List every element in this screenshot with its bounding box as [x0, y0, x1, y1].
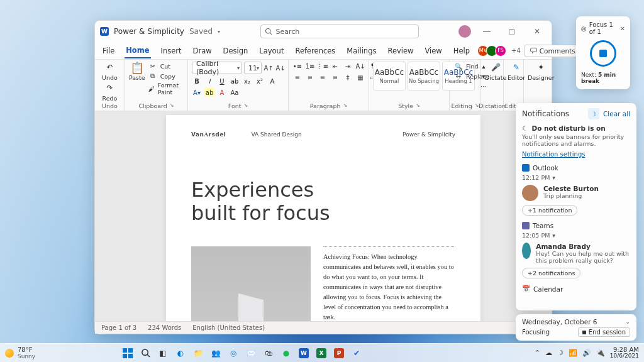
taskbar-weather[interactable]: 78°F Sunny	[5, 346, 35, 359]
bold-button[interactable]: B	[192, 77, 202, 85]
italic-button[interactable]: I	[204, 77, 214, 85]
battery-icon[interactable]: 🔌	[596, 349, 605, 357]
status-page[interactable]: Page 1 of 3	[101, 324, 136, 331]
dialog-launcher-icon[interactable]: ↘	[170, 102, 174, 109]
notif-more-button[interactable]: +1 notification	[522, 205, 577, 216]
text-effects-button[interactable]: A▾	[192, 88, 202, 97]
clear-all-button[interactable]: Clear all	[603, 110, 630, 118]
excel-taskbar-button[interactable]: X	[314, 346, 328, 360]
paste-button[interactable]: 📋 Paste	[129, 62, 145, 81]
change-case-button[interactable]: Aa	[230, 88, 240, 97]
tab-insert[interactable]: Insert	[160, 44, 183, 58]
increase-indent-button[interactable]: ⇥	[343, 62, 353, 70]
strikethrough-button[interactable]: ab	[230, 77, 240, 85]
undo-button[interactable]: ↶ Undo	[102, 62, 118, 81]
multilevel-button[interactable]: ⋮≡	[318, 62, 328, 70]
todo-button[interactable]: ✔	[350, 346, 364, 360]
minimize-button[interactable]: ―	[477, 23, 496, 40]
tab-home[interactable]: Home	[125, 43, 150, 58]
search-box[interactable]: Search	[260, 25, 419, 38]
align-center-button[interactable]: ≡	[305, 73, 315, 82]
store-button[interactable]: 🛍	[262, 346, 275, 360]
tab-review[interactable]: Review	[386, 44, 414, 58]
font-name-select[interactable]: Calibri (Body)	[192, 62, 242, 74]
volume-icon[interactable]: 🔊	[582, 349, 591, 357]
redo-button[interactable]: ↷ Redo	[103, 82, 118, 102]
maximize-button[interactable]: ▢	[502, 23, 521, 40]
tab-mailings[interactable]: Mailings	[345, 44, 377, 58]
font-size-select[interactable]: 11	[244, 62, 262, 74]
taskbar-search-button[interactable]	[138, 346, 152, 360]
style-normal[interactable]: AaBbCc Normal	[373, 62, 406, 90]
mail-button[interactable]: ✉️	[244, 346, 258, 360]
dialog-launcher-icon[interactable]: ↘	[343, 102, 347, 109]
clear-formatting-button[interactable]: A̶	[267, 77, 277, 85]
file-explorer-button[interactable]: 📁	[191, 346, 205, 360]
status-word-count[interactable]: 234 Words	[148, 324, 181, 331]
underline-button[interactable]: U	[217, 77, 227, 85]
editor-button[interactable]: ✎Editor	[508, 62, 525, 81]
highlight-button[interactable]: ab	[204, 88, 214, 97]
presence-stack[interactable]: MV FS	[480, 45, 506, 57]
font-color-button[interactable]: A	[217, 88, 227, 97]
align-right-button[interactable]: ≡	[318, 73, 328, 82]
taskbar-clock[interactable]: 9:28 AM 10/6/2021	[610, 346, 639, 359]
chevron-down-icon[interactable]: ▾	[552, 232, 555, 239]
align-left-button[interactable]: ≡	[292, 73, 303, 82]
start-button[interactable]	[121, 346, 135, 360]
decrease-indent-button[interactable]: ⇤	[330, 62, 340, 70]
teams-taskbar-button[interactable]: 👥	[209, 346, 223, 360]
status-language[interactable]: English (United States)	[192, 324, 265, 331]
numbering-button[interactable]: 1≡	[305, 62, 315, 70]
close-button[interactable]: ✕	[528, 23, 547, 40]
user-avatar[interactable]	[458, 25, 471, 38]
powerpoint-taskbar-button[interactable]: P	[332, 346, 346, 360]
tab-design[interactable]: Design	[222, 44, 250, 58]
save-status-chevron-icon[interactable]: ▾	[218, 29, 220, 35]
tab-references[interactable]: References	[294, 44, 336, 58]
style-no-spacing[interactable]: AaBbCc No Spacing	[408, 62, 440, 90]
tab-draw[interactable]: Draw	[192, 44, 213, 58]
line-spacing-button[interactable]: ‡	[343, 73, 353, 82]
word-taskbar-button[interactable]: W	[297, 346, 311, 360]
edge-button[interactable]: ◎	[226, 346, 240, 360]
tab-file[interactable]: File	[101, 44, 116, 58]
grow-font-button[interactable]: A↑	[264, 63, 274, 72]
sort-button[interactable]: A↓	[355, 62, 365, 70]
taskview-button[interactable]: ◧	[156, 346, 170, 360]
shrink-font-button[interactable]: A↓	[275, 63, 286, 72]
spotify-button[interactable]: ●	[279, 346, 293, 360]
dnd-toggle-icon[interactable]: ☽	[588, 108, 599, 119]
format-painter-button[interactable]: 🖌Format Paint	[148, 82, 184, 96]
tab-view[interactable]: View	[423, 44, 443, 58]
tray-chevron-icon[interactable]: ⌃	[535, 349, 540, 357]
find-button[interactable]: 🔍Find	[453, 62, 478, 70]
notif-more-button[interactable]: +2 notifications	[522, 268, 580, 278]
subscript-button[interactable]: x₂	[242, 77, 252, 85]
onedrive-icon[interactable]: ☁	[545, 349, 552, 357]
designer-button[interactable]: ✦Designer	[528, 62, 555, 81]
dnd-tray-icon[interactable]: ☽	[557, 349, 564, 357]
focus-timer[interactable]	[590, 40, 616, 67]
justify-button[interactable]: ≡	[330, 73, 340, 82]
bullets-button[interactable]: •≡	[292, 62, 303, 70]
presence-more[interactable]: +4	[511, 47, 521, 54]
notification-settings-link[interactable]: Notification settings	[522, 151, 630, 158]
widgets-button[interactable]: ◐	[174, 346, 187, 360]
tab-help[interactable]: Help	[452, 44, 471, 58]
tab-layout[interactable]: Layout	[258, 44, 285, 58]
comments-button[interactable]: Comments	[525, 45, 581, 57]
chevron-down-icon[interactable]: ⌄	[625, 319, 630, 325]
close-icon[interactable]: ✕	[620, 25, 625, 32]
page[interactable]: VanArsdel VA Shared Design Power & Simpl…	[166, 115, 480, 321]
superscript-button[interactable]: x²	[255, 77, 265, 85]
chevron-down-icon[interactable]: ▾	[552, 174, 555, 181]
end-session-button[interactable]: End session	[578, 327, 630, 337]
shading-button[interactable]: ▦	[355, 73, 365, 82]
copy-button[interactable]: ⧉Copy	[148, 72, 184, 80]
wifi-icon[interactable]: 📶	[569, 349, 577, 357]
dialog-launcher-icon[interactable]: ↘	[243, 102, 248, 109]
notif-item[interactable]: Amanda Brady Hey! Can you help me out wi…	[522, 243, 630, 264]
cut-button[interactable]: ✂Cut	[148, 62, 184, 70]
dialog-launcher-icon[interactable]: ↘	[416, 102, 420, 109]
